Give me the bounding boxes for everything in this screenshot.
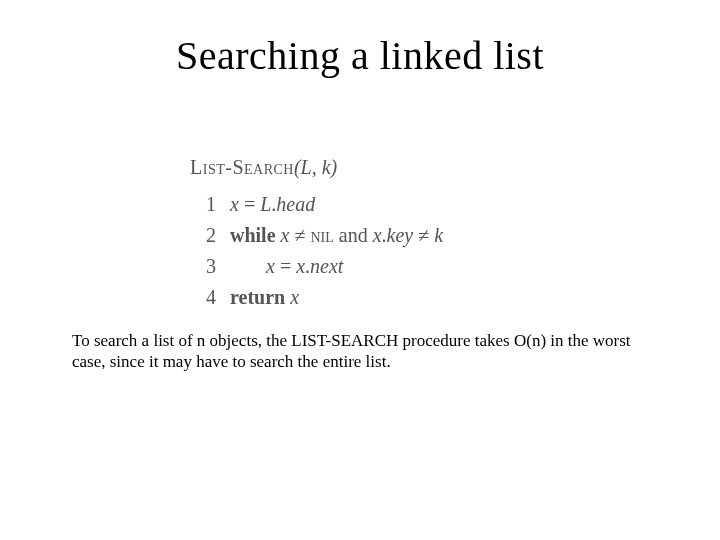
explanation-paragraph: To search a list of n objects, the LIST-… xyxy=(72,330,652,373)
line-number: 2 xyxy=(190,220,230,251)
attr-next: next xyxy=(310,255,343,277)
procedure-name: List-Search xyxy=(190,156,294,178)
procedure-args: (L, k) xyxy=(294,156,337,178)
statement: while x ≠ nil and x.key ≠ k xyxy=(230,220,443,251)
eq: = xyxy=(239,193,260,215)
nil: nil xyxy=(310,224,333,246)
var-k: k xyxy=(434,224,443,246)
statement: x = x.next xyxy=(230,251,343,282)
kw-while: while xyxy=(230,224,276,246)
neq: ≠ xyxy=(289,224,310,246)
code-line-3: 3 x = x.next xyxy=(190,251,443,282)
procedure-heading: List-Search(L, k) xyxy=(190,152,443,183)
var-L: L xyxy=(260,193,271,215)
eq: = xyxy=(275,255,296,277)
code-line-2: 2 while x ≠ nil and x.key ≠ k xyxy=(190,220,443,251)
pseudocode-block: List-Search(L, k) 1 x = L.head 2 while x… xyxy=(190,152,443,313)
var-x: x xyxy=(230,193,239,215)
slide: Searching a linked list List-Search(L, k… xyxy=(0,0,720,540)
kw-return: return xyxy=(230,286,285,308)
var-x: x xyxy=(266,255,275,277)
line-number: 3 xyxy=(190,251,230,282)
code-line-4: 4 return x xyxy=(190,282,443,313)
attr-head: head xyxy=(276,193,315,215)
page-title: Searching a linked list xyxy=(0,32,720,79)
line-number: 4 xyxy=(190,282,230,313)
var-x: x xyxy=(290,286,299,308)
attr-key: key xyxy=(387,224,414,246)
var-x2: x xyxy=(296,255,305,277)
code-lines: 1 x = L.head 2 while x ≠ nil and x.key ≠… xyxy=(190,189,443,313)
code-line-1: 1 x = L.head xyxy=(190,189,443,220)
line-number: 1 xyxy=(190,189,230,220)
var-x2: x xyxy=(373,224,382,246)
statement: return x xyxy=(230,282,299,313)
neq2: ≠ xyxy=(413,224,434,246)
statement: x = L.head xyxy=(230,189,315,220)
and: and xyxy=(334,224,373,246)
